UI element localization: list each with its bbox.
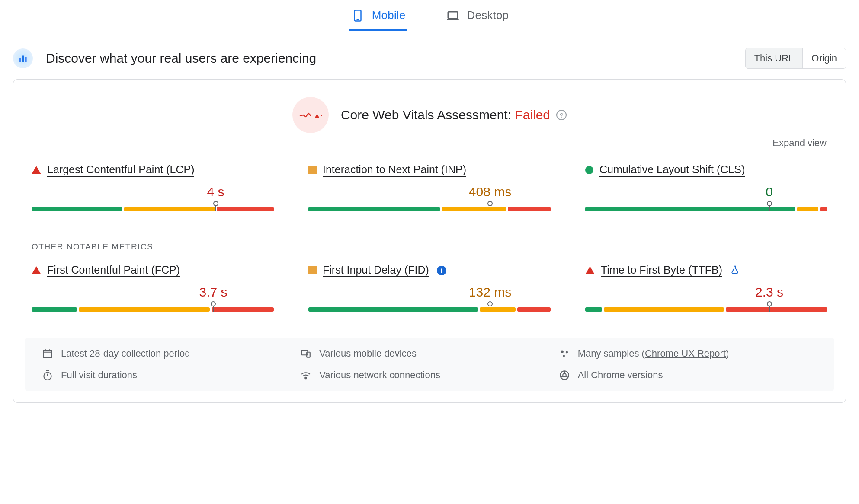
svg-rect-5: [25, 57, 26, 62]
segment-good: [308, 207, 440, 211]
distribution-marker: [213, 201, 218, 206]
segment-good: [32, 307, 77, 312]
metric-ttfb-value: 2.3 s: [755, 285, 783, 300]
metric-inp-value: 408 ms: [469, 185, 511, 199]
samples-icon: [559, 348, 570, 359]
other-metrics-heading: OTHER NOTABLE METRICS: [24, 242, 835, 264]
metric-ttfb-distribution: [585, 307, 827, 312]
metric-cls: Cumulative Layout Shift (CLS) 0: [585, 163, 827, 229]
segment-needs-improvement: [480, 307, 516, 312]
metric-fid-name[interactable]: First Input Delay (FID): [323, 264, 429, 277]
segment-poor: [517, 307, 551, 312]
tab-mobile-label: Mobile: [372, 9, 406, 22]
status-poor-icon: [32, 266, 41, 274]
distribution-marker: [767, 301, 772, 306]
svg-point-14: [305, 377, 307, 379]
tab-desktop[interactable]: Desktop: [439, 3, 516, 31]
page-title: Discover what your real users are experi…: [46, 51, 316, 66]
svg-rect-4: [22, 56, 24, 62]
metric-inp-distribution: [308, 207, 551, 211]
network-icon: [300, 370, 311, 381]
assessment-row: Core Web Vitals Assessment: Failed ?: [24, 97, 835, 133]
segment-good: [585, 307, 602, 312]
core-metrics-grid: Largest Contentful Paint (LCP) 4 s Inter…: [24, 163, 835, 229]
status-poor-icon: [32, 166, 41, 174]
desktop-icon: [446, 9, 460, 22]
chrome-icon: [559, 370, 570, 381]
toggle-origin[interactable]: Origin: [802, 48, 846, 68]
segment-needs-improvement: [797, 207, 819, 211]
metric-lcp-name[interactable]: Largest Contentful Paint (LCP): [47, 163, 194, 177]
status-needs-improvement-icon: [308, 166, 317, 174]
tab-desktop-label: Desktop: [467, 9, 509, 22]
tab-mobile[interactable]: Mobile: [343, 3, 413, 31]
metric-lcp-value: 4 s: [207, 185, 224, 199]
svg-point-16: [563, 373, 566, 377]
metric-inp: Interaction to Next Paint (INP) 408 ms: [308, 163, 551, 229]
calendar-icon: [42, 348, 53, 359]
crux-report-link[interactable]: Chrome UX Report: [645, 348, 726, 359]
segment-good: [585, 207, 795, 211]
status-poor-icon: [585, 266, 595, 274]
segment-needs-improvement: [442, 207, 506, 211]
metric-lcp-distribution: [32, 207, 274, 211]
scope-toggle: This URL Origin: [745, 48, 846, 69]
segment-poor: [217, 207, 274, 211]
toggle-this-url[interactable]: This URL: [746, 48, 803, 68]
status-good-icon: [585, 166, 593, 174]
status-needs-improvement-icon: [308, 266, 317, 274]
distribution-marker: [487, 201, 493, 206]
segment-poor: [726, 307, 827, 312]
metric-fid-distribution: [308, 307, 551, 312]
metric-inp-name[interactable]: Interaction to Next Paint (INP): [323, 163, 466, 177]
svg-rect-7: [43, 350, 52, 357]
collection-details: Latest 28-day collection period Various …: [25, 338, 834, 391]
metric-fcp: First Contentful Paint (FCP) 3.7 s: [32, 264, 274, 329]
section-header: Discover what your real users are experi…: [13, 48, 846, 69]
segment-good: [308, 307, 478, 312]
segment-poor: [212, 307, 274, 312]
other-metrics-grid: First Contentful Paint (FCP) 3.7 s First…: [24, 264, 835, 329]
segment-poor: [820, 207, 827, 211]
metric-fcp-name[interactable]: First Contentful Paint (FCP): [47, 264, 180, 277]
svg-rect-2: [448, 12, 458, 18]
segment-needs-improvement: [79, 307, 210, 312]
assessment-status: Failed: [515, 108, 550, 122]
experimental-icon[interactable]: [730, 265, 740, 276]
footer-devices: Various mobile devices: [319, 348, 417, 359]
help-icon[interactable]: ?: [556, 110, 567, 120]
metric-lcp: Largest Contentful Paint (LCP) 4 s: [32, 163, 274, 229]
svg-point-10: [561, 350, 564, 353]
footer-network: Various network connections: [319, 370, 440, 381]
segment-needs-improvement: [124, 207, 215, 211]
divider: [32, 229, 827, 229]
footer-duration: Full visit durations: [61, 370, 137, 381]
metric-fcp-value: 3.7 s: [199, 285, 227, 300]
distribution-marker: [767, 201, 772, 206]
devices-icon: [300, 348, 311, 359]
segment-poor: [508, 207, 551, 211]
device-tabs: Mobile Desktop: [13, 0, 846, 31]
metric-cls-value: 0: [766, 185, 773, 199]
segment-good: [32, 207, 122, 211]
svg-point-11: [565, 351, 567, 353]
metric-cls-distribution: [585, 207, 827, 211]
vitals-card: Core Web Vitals Assessment: Failed ? Exp…: [13, 79, 846, 403]
stopwatch-icon: [42, 370, 53, 381]
distribution-marker: [487, 301, 493, 306]
metric-cls-name[interactable]: Cumulative Layout Shift (CLS): [599, 163, 745, 177]
info-icon[interactable]: i: [437, 266, 446, 275]
metric-ttfb-name[interactable]: Time to First Byte (TTFB): [601, 264, 722, 277]
metric-ttfb: Time to First Byte (TTFB) 2.3 s: [585, 264, 827, 329]
svg-rect-6: [321, 115, 322, 116]
crux-icon: [13, 48, 33, 68]
assessment-status-icon: [292, 97, 329, 133]
svg-rect-3: [19, 58, 21, 62]
metric-fid: First Input Delay (FID) i 132 ms: [308, 264, 551, 329]
assessment-text: Core Web Vitals Assessment: Failed ?: [341, 108, 567, 122]
footer-versions: All Chrome versions: [578, 370, 663, 381]
metric-fid-value: 132 ms: [469, 285, 511, 300]
svg-point-12: [563, 355, 564, 357]
footer-period: Latest 28-day collection period: [61, 348, 190, 359]
expand-view-link[interactable]: Expand view: [772, 137, 827, 148]
